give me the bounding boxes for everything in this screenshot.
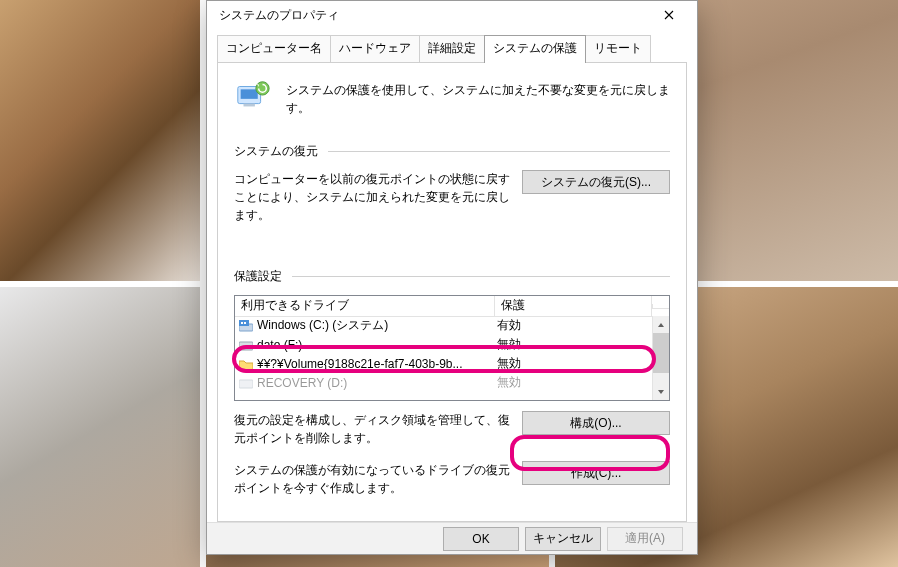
svg-point-9 — [249, 345, 251, 347]
svg-rect-10 — [239, 380, 253, 388]
list-scrollbar[interactable] — [652, 316, 669, 400]
drive-icon — [239, 339, 253, 351]
tab-panel: システムの保護を使用して、システムに加えた不要な変更を元に戻します。 システムの… — [217, 62, 687, 522]
folder-icon — [239, 358, 253, 370]
drive-os-icon — [239, 320, 253, 332]
close-icon — [664, 10, 674, 20]
configure-description: 復元の設定を構成し、ディスク領域を管理して、復元ポイントを削除します。 — [234, 411, 512, 447]
section-system-restore: システムの復元 — [234, 143, 670, 160]
drive-icon — [239, 377, 253, 389]
column-drive[interactable]: 利用できるドライブ — [235, 295, 495, 317]
tab-advanced[interactable]: 詳細設定 — [419, 35, 485, 62]
drive-row[interactable]: ¥¥?¥Volume{9188c21e-faf7-403b-9b... 無効 — [235, 354, 669, 373]
section-heading: システムの復元 — [234, 143, 318, 160]
section-protection-settings: 保護設定 — [234, 268, 670, 285]
column-status[interactable]: 保護 — [495, 295, 652, 317]
drive-status: 無効 — [497, 374, 665, 391]
scroll-thumb[interactable] — [653, 333, 669, 373]
svg-rect-6 — [241, 322, 243, 324]
restore-description: コンピューターを以前の復元ポイントの状態に戻すことにより、システムに加えられた変… — [234, 170, 512, 224]
configure-button[interactable]: 構成(O)... — [522, 411, 670, 435]
scroll-up-button[interactable] — [653, 316, 669, 333]
ok-button[interactable]: OK — [443, 527, 519, 551]
tab-strip: コンピューター名 ハードウェア 詳細設定 システムの保護 リモート — [207, 29, 697, 62]
drive-status: 無効 — [497, 355, 665, 372]
tab-hardware[interactable]: ハードウェア — [330, 35, 420, 62]
close-button[interactable] — [649, 1, 689, 29]
scroll-down-button[interactable] — [653, 383, 669, 400]
create-restore-point-button[interactable]: 作成(C)... — [522, 461, 670, 485]
system-protection-icon — [234, 77, 272, 115]
dialog-title: システムのプロパティ — [219, 7, 649, 24]
svg-point-3 — [256, 82, 269, 95]
list-header: 利用できるドライブ 保護 — [235, 296, 669, 316]
drive-name: ¥¥?¥Volume{9188c21e-faf7-403b-9b... — [257, 357, 463, 371]
create-description: システムの保護が有効になっているドライブの復元ポイントを今すぐ作成します。 — [234, 461, 512, 497]
system-properties-dialog: システムのプロパティ コンピューター名 ハードウェア 詳細設定 システムの保護 … — [206, 0, 698, 555]
section-heading: 保護設定 — [234, 268, 282, 285]
apply-button[interactable]: 適用(A) — [607, 527, 683, 551]
drive-list[interactable]: 利用できるドライブ 保護 Windows (C:) (システム) 有効 date… — [234, 295, 670, 401]
drive-row[interactable]: Windows (C:) (システム) 有効 — [235, 316, 669, 335]
drive-status: 無効 — [497, 336, 665, 353]
svg-rect-2 — [244, 104, 255, 107]
drive-status: 有効 — [497, 317, 665, 334]
tab-system-protection[interactable]: システムの保護 — [484, 35, 586, 63]
drive-row[interactable]: RECOVERY (D:) 無効 — [235, 373, 669, 392]
intro-row: システムの保護を使用して、システムに加えた不要な変更を元に戻します。 — [234, 77, 670, 117]
drive-name: RECOVERY (D:) — [257, 376, 347, 390]
drive-row[interactable]: date (F:) 無効 — [235, 335, 669, 354]
svg-rect-7 — [244, 322, 246, 324]
drive-name: Windows (C:) (システム) — [257, 317, 388, 334]
cancel-button[interactable]: キャンセル — [525, 527, 601, 551]
dialog-footer: OK キャンセル 適用(A) — [207, 522, 697, 554]
tab-remote[interactable]: リモート — [585, 35, 651, 62]
tab-computer-name[interactable]: コンピューター名 — [217, 35, 331, 62]
titlebar: システムのプロパティ — [207, 1, 697, 29]
drive-name: date (F:) — [257, 338, 302, 352]
system-restore-button[interactable]: システムの復元(S)... — [522, 170, 670, 194]
intro-text: システムの保護を使用して、システムに加えた不要な変更を元に戻します。 — [286, 77, 670, 117]
svg-rect-1 — [241, 89, 258, 99]
